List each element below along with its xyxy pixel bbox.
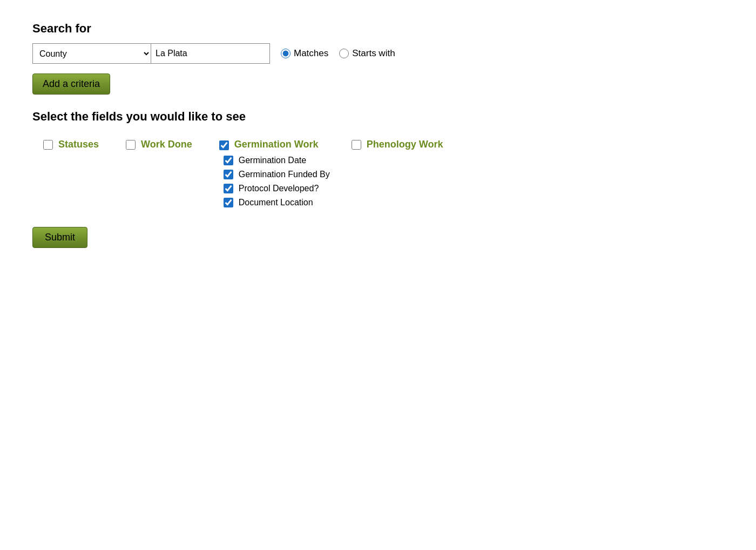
germination-funded-by-label: Germination Funded By <box>239 170 330 179</box>
work-done-checkbox[interactable] <box>126 140 136 150</box>
starts-with-radio[interactable] <box>339 49 349 58</box>
search-input[interactable] <box>151 43 270 64</box>
statuses-label[interactable]: Statuses <box>58 139 99 150</box>
starts-with-radio-label[interactable]: Starts with <box>339 48 395 59</box>
radio-group: Matches Starts with <box>281 48 395 59</box>
phenology-work-checkbox[interactable] <box>352 140 361 150</box>
matches-radio[interactable] <box>281 49 291 58</box>
search-for-title: Search for <box>32 22 724 36</box>
phenology-work-group: Phenology Work <box>352 139 443 150</box>
search-row: County State Region Species Matches Star… <box>32 43 724 64</box>
criteria-select[interactable]: County State Region Species <box>32 43 151 64</box>
germination-date-checkbox[interactable] <box>224 156 233 165</box>
germination-work-label[interactable]: Germination Work <box>234 139 319 150</box>
select-fields-title: Select the fields you would like to see <box>32 110 724 124</box>
work-done-label[interactable]: Work Done <box>141 139 192 150</box>
list-item: Protocol Developed? <box>224 184 330 193</box>
matches-label: Matches <box>294 48 328 59</box>
germination-sub-items: Germination Date Germination Funded By P… <box>219 156 330 207</box>
germination-work-section: Germination Work Germination Date Germin… <box>219 139 330 207</box>
submit-button[interactable]: Submit <box>32 227 87 248</box>
list-item: Germination Funded By <box>224 170 330 179</box>
starts-with-label: Starts with <box>352 48 395 59</box>
germination-work-checkbox[interactable] <box>219 140 229 150</box>
protocol-developed-label: Protocol Developed? <box>239 184 319 193</box>
document-location-checkbox[interactable] <box>224 198 233 207</box>
add-criteria-button[interactable]: Add a criteria <box>32 73 110 95</box>
germination-header: Germination Work <box>219 139 330 150</box>
germination-funded-by-checkbox[interactable] <box>224 170 233 179</box>
fields-grid: Statuses Work Done Germination Work Germ… <box>32 139 724 207</box>
protocol-developed-checkbox[interactable] <box>224 184 233 193</box>
list-item: Document Location <box>224 198 330 207</box>
statuses-checkbox[interactable] <box>43 140 53 150</box>
document-location-label: Document Location <box>239 198 313 207</box>
work-done-group: Work Done <box>126 139 192 150</box>
matches-radio-label[interactable]: Matches <box>281 48 328 59</box>
statuses-group: Statuses <box>43 139 99 150</box>
germination-date-label: Germination Date <box>239 156 306 165</box>
list-item: Germination Date <box>224 156 330 165</box>
phenology-work-label[interactable]: Phenology Work <box>367 139 443 150</box>
